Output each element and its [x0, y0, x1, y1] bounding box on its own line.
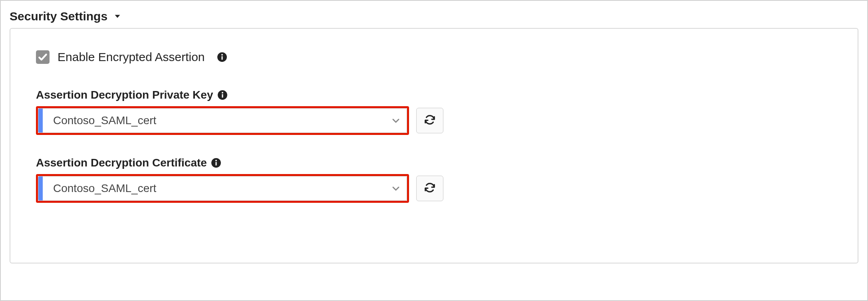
private-key-select-highlight: Contoso_SAML_cert [36, 106, 409, 135]
certificate-field: Assertion Decryption Certificate Contoso… [36, 156, 832, 203]
info-icon[interactable] [217, 90, 228, 100]
refresh-icon [424, 182, 436, 195]
enable-encrypted-assertion-row: Enable Encrypted Assertion [36, 50, 832, 64]
certificate-select[interactable]: Contoso_SAML_cert [38, 176, 407, 201]
svg-point-8 [215, 160, 217, 161]
private-key-refresh-button[interactable] [416, 108, 443, 133]
certificate-label-row: Assertion Decryption Certificate [36, 156, 832, 169]
chevron-down-icon [385, 184, 407, 193]
certificate-control-row: Contoso_SAML_cert [36, 174, 832, 203]
section-header[interactable]: Security Settings [10, 10, 858, 23]
svg-rect-4 [222, 94, 223, 98]
svg-point-2 [221, 54, 223, 55]
private-key-control-row: Contoso_SAML_cert [36, 106, 832, 135]
svg-point-5 [222, 92, 223, 93]
info-icon[interactable] [217, 52, 227, 62]
certificate-refresh-button[interactable] [416, 176, 443, 201]
certificate-select-highlight: Contoso_SAML_cert [36, 174, 409, 203]
info-icon[interactable] [211, 158, 221, 168]
enable-encrypted-assertion-checkbox[interactable] [36, 50, 50, 64]
svg-rect-1 [221, 56, 222, 60]
enable-encrypted-assertion-label: Enable Encrypted Assertion [58, 50, 205, 64]
select-accent-bar [38, 176, 43, 200]
refresh-icon [424, 114, 436, 127]
private-key-label: Assertion Decryption Private Key [36, 89, 213, 101]
certificate-select-value: Contoso_SAML_cert [43, 182, 385, 195]
private-key-select[interactable]: Contoso_SAML_cert [38, 108, 407, 133]
caret-down-icon [113, 12, 122, 21]
private-key-label-row: Assertion Decryption Private Key [36, 89, 832, 101]
private-key-select-value: Contoso_SAML_cert [43, 114, 385, 127]
settings-panel: Enable Encrypted Assertion Assertion Dec… [10, 28, 858, 263]
select-accent-bar [38, 109, 43, 133]
private-key-field: Assertion Decryption Private Key Contoso… [36, 89, 832, 135]
svg-rect-7 [215, 162, 217, 166]
security-settings-container: Security Settings Enable Encrypted Asser… [0, 0, 868, 301]
section-title: Security Settings [10, 10, 107, 23]
chevron-down-icon [385, 116, 407, 125]
certificate-label: Assertion Decryption Certificate [36, 156, 207, 169]
